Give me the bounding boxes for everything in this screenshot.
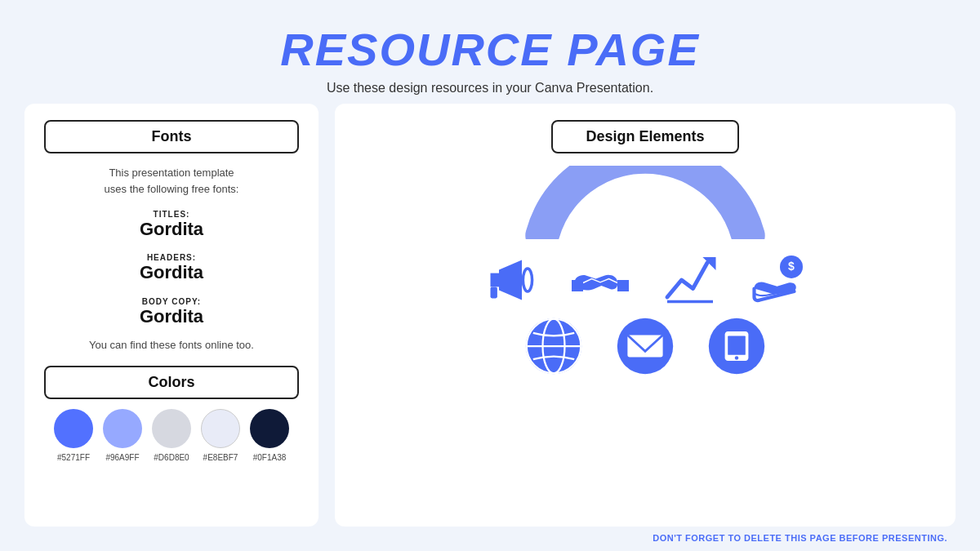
svg-rect-2 — [491, 287, 497, 298]
font-entry-body: BODY COPY: Gordita — [44, 297, 299, 327]
footer-text: DON'T FORGET TO DELETE THIS PAGE BEFORE … — [653, 533, 947, 543]
font-name-headers: Gordita — [44, 262, 299, 283]
megaphone-icon — [482, 251, 539, 309]
envelope-icon — [616, 317, 675, 375]
svg-point-3 — [523, 269, 532, 291]
color-circle-4 — [201, 409, 240, 448]
color-circle-1 — [54, 409, 93, 448]
dollar-hand-icon: $ — [751, 251, 808, 309]
font-name-titles: Gordita — [44, 219, 299, 240]
color-hex-5: #0F1A38 — [253, 453, 287, 462]
globe-icon — [524, 317, 583, 375]
page-title: RESOURCE PAGE — [280, 23, 699, 76]
svg-marker-1 — [499, 260, 522, 300]
font-label-body: BODY COPY: — [44, 297, 299, 306]
colors-section-header: Colors — [44, 366, 299, 399]
font-label-titles: TITLES: — [44, 210, 299, 219]
color-swatch-2: #96A9FF — [103, 409, 142, 462]
svg-rect-13 — [627, 335, 662, 358]
left-panel: Fonts This presentation templateuses the… — [24, 104, 318, 527]
arc-icon — [514, 166, 776, 239]
color-circle-5 — [250, 409, 289, 448]
colors-section: Colors #5271FF #96A9FF #D6D8E0 #E8EBF7 — [44, 366, 299, 462]
font-entry-headers: HEADERS: Gordita — [44, 253, 299, 283]
color-hex-3: #D6D8E0 — [154, 453, 189, 462]
color-swatch-4: #E8EBF7 — [201, 409, 240, 462]
font-name-body: Gordita — [44, 306, 299, 327]
right-panel: Design Elements — [335, 104, 956, 527]
icons-area: $ — [354, 162, 936, 375]
font-label-headers: HEADERS: — [44, 253, 299, 262]
main-content: Fonts This presentation templateuses the… — [0, 104, 980, 527]
icons-row-top: $ — [482, 251, 808, 309]
page-subtitle: Use these design resources in your Canva… — [280, 81, 699, 96]
fonts-note: You can find these fonts online too. — [44, 339, 299, 351]
color-swatch-3: #D6D8E0 — [152, 409, 191, 462]
design-elements-header: Design Elements — [551, 120, 738, 153]
handshake-icon — [572, 251, 629, 309]
color-swatches: #5271FF #96A9FF #D6D8E0 #E8EBF7 #0F1A38 — [44, 409, 299, 462]
fonts-section-header: Fonts — [44, 120, 299, 153]
color-hex-4: #E8EBF7 — [203, 453, 238, 462]
color-swatch-5: #0F1A38 — [250, 409, 289, 462]
color-hex-2: #96A9FF — [105, 453, 139, 462]
color-circle-3 — [152, 409, 191, 448]
page-header: RESOURCE PAGE Use these design resources… — [280, 0, 699, 104]
icons-row-bottom — [524, 317, 766, 375]
svg-rect-15 — [728, 335, 746, 354]
font-entry-titles: TITLES: Gordita — [44, 210, 299, 240]
color-circle-2 — [103, 409, 142, 448]
phone-icon — [707, 317, 766, 375]
color-swatch-1: #5271FF — [54, 409, 93, 462]
arc-container — [514, 162, 776, 243]
footer: DON'T FORGET TO DELETE THIS PAGE BEFORE … — [0, 527, 980, 551]
svg-point-16 — [735, 356, 739, 360]
fonts-description: This presentation templateuses the follo… — [44, 165, 299, 197]
chart-icon — [662, 251, 719, 309]
color-hex-1: #5271FF — [57, 453, 90, 462]
svg-text:$: $ — [788, 260, 795, 273]
svg-marker-0 — [491, 273, 500, 287]
